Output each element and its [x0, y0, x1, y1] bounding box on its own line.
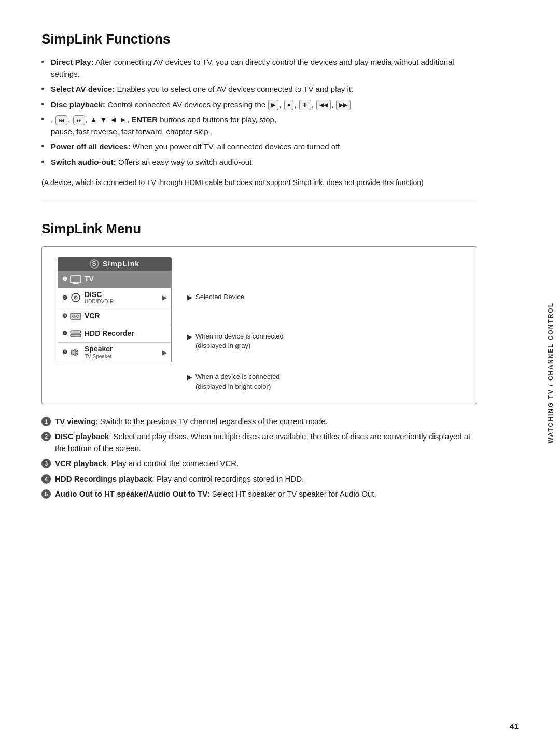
disc-icon: [70, 293, 81, 302]
item-bold: Select AV device:: [51, 85, 115, 93]
note-text: (A device, which is connected to TV thro…: [41, 177, 477, 188]
remote-btn-fwd: ▶▶: [336, 100, 351, 110]
item-bold: Disc playback:: [51, 100, 105, 109]
annotation-vcr: ▶ When no device is connected(displayed …: [187, 332, 284, 350]
simplink-header-label: SimpLink: [103, 260, 139, 268]
item-text: After connecting AV devices to TV, you c…: [51, 58, 454, 78]
annotation-text-tv: Selected Device: [195, 292, 244, 302]
page-number: 41: [510, 722, 519, 730]
menu-item-disc[interactable]: ❷ DISC HDD/DVD-R: [58, 288, 171, 307]
desc-text-4: HDD Recordings playback: Play and contro…: [55, 473, 304, 485]
simplink-menu-panel: S SimpLink ❶: [58, 257, 172, 362]
list-item: Select AV device: Enables you to select …: [41, 83, 477, 95]
speaker-arrow-icon: ▶: [162, 349, 167, 356]
menu-items-list: ❶ TV: [58, 271, 172, 362]
simplink-header: S SimpLink: [58, 257, 172, 271]
vcr-icon: [70, 312, 81, 321]
num-circle-2: 2: [41, 432, 51, 441]
menu-item-tv[interactable]: ❶ TV: [58, 271, 171, 288]
item-label-tv: TV: [85, 275, 94, 283]
annotation-arrow-3: ▶: [187, 333, 192, 341]
annotation-text-speaker: When a device is connected(displayed in …: [195, 372, 280, 391]
item-number-5: ❺: [62, 349, 67, 356]
item-label-hdd: HDD Recorder: [85, 330, 134, 337]
annotation-spacer-hdd: [187, 355, 284, 372]
desc-text-2: DISC playback: Select and play discs. Wh…: [55, 431, 477, 454]
annotation-text-vcr: When no device is connected(displayed in…: [195, 332, 284, 350]
item-bold: Direct Play:: [51, 58, 94, 66]
speaker-icon: [70, 348, 81, 357]
list-item: Disc playback: Control connected AV devi…: [41, 99, 477, 111]
desc-item-3: 3 VCR playback: Play and control the con…: [41, 458, 477, 470]
menu-title: SimpLink Menu: [41, 221, 477, 237]
list-item: Switch audio-out: Offers an easy way to …: [41, 157, 477, 168]
desc-bold-1: TV viewing: [55, 417, 95, 426]
page-container: SimpLink Functions Direct Play: After co…: [0, 0, 519, 535]
remote-btn-stop: ●: [284, 100, 294, 110]
numbered-descriptions: 1 TV viewing: Switch to the previous TV …: [41, 416, 477, 500]
desc-item-5: 5 Audio Out to HT speaker/Audio Out to T…: [41, 488, 477, 500]
desc-bold-4: HDD Recordings playback: [55, 474, 152, 483]
annotation-arrow-1: ▶: [187, 293, 192, 301]
item-text: pause, fast reverse, fast forward, chapt…: [51, 127, 211, 136]
annotation-speaker: ▶ When a device is connected(displayed i…: [187, 372, 284, 391]
diagram-annotations: ▶ Selected Device ▶ When no device is co…: [172, 257, 284, 393]
desc-bold-3: VCR playback: [55, 459, 107, 468]
desc-text-5: Audio Out to HT speaker/Audio Out to TV:…: [55, 488, 376, 500]
menu-item-hdd[interactable]: ❹ HDD Recorder: [58, 325, 171, 343]
svg-marker-13: [71, 349, 75, 356]
remote-btn-prev: ⏮: [55, 115, 67, 126]
disc-arrow-icon: ▶: [162, 294, 167, 301]
list-item: Direct Play: After connecting AV devices…: [41, 57, 477, 80]
simplink-menu-section: SimpLink Menu S SimpLink ❶: [41, 221, 477, 500]
item-number-4: ❹: [62, 330, 67, 337]
item-bold: Power off all devices:: [51, 142, 130, 151]
num-circle-5: 5: [41, 489, 51, 499]
side-label: WATCHING TV / CHANNEL CONTROL: [541, 0, 560, 746]
side-label-text: WATCHING TV / CHANNEL CONTROL: [547, 302, 554, 443]
section-divider: [41, 200, 477, 200]
item-sublabel-speaker: TV Speaker: [85, 354, 113, 359]
svg-point-6: [75, 297, 76, 298]
svg-rect-11: [71, 331, 81, 333]
item-number-1: ❶: [62, 276, 67, 283]
item-sublabel-disc: HDD/DVD-R: [85, 299, 114, 304]
item-label-speaker: Speaker TV Speaker: [85, 345, 113, 359]
svg-rect-0: [71, 276, 81, 283]
menu-item-vcr[interactable]: ❸ VCR: [58, 307, 171, 325]
item-text: , ⏮, ⏭, ▲ ▼ ◄ ►, ENTER buttons and butto…: [51, 115, 276, 124]
simplink-diagram: S SimpLink ❶: [41, 246, 477, 404]
annotation-tv: ▶ Selected Device: [187, 292, 284, 310]
functions-list: Direct Play: After connecting AV devices…: [41, 57, 477, 168]
item-bold: Switch audio-out:: [51, 158, 116, 166]
remote-btn-next: ⏭: [73, 115, 85, 126]
item-label-disc: DISC HDD/DVD-R: [85, 291, 114, 304]
simplink-logo-s: S: [90, 259, 99, 269]
num-circle-3: 3: [41, 459, 51, 468]
item-bold: ENTER: [131, 115, 158, 124]
desc-item-2: 2 DISC playback: Select and play discs. …: [41, 431, 477, 454]
remote-btn-rew: ◀◀: [316, 100, 331, 110]
desc-item-1: 1 TV viewing: Switch to the previous TV …: [41, 416, 477, 428]
desc-bold-5: Audio Out to HT speaker/Audio Out to TV: [55, 489, 207, 498]
num-circle-4: 4: [41, 474, 51, 484]
menu-item-speaker[interactable]: ❺ Speaker TV Speaker: [58, 343, 171, 361]
simplink-functions-section: SimpLink Functions Direct Play: After co…: [41, 31, 477, 188]
functions-title: SimpLink Functions: [41, 31, 477, 47]
desc-text-1: TV viewing: Switch to the previous TV ch…: [55, 416, 328, 428]
list-item: Power off all devices: When you power of…: [41, 141, 477, 153]
list-item: , ⏮, ⏭, ▲ ▼ ◄ ►, ENTER buttons and butto…: [41, 114, 477, 137]
item-text: Offers an easy way to switch audio-out.: [118, 158, 254, 166]
item-text: Enables you to select one of AV devices …: [117, 85, 354, 93]
item-text: When you power off TV, all connected dev…: [133, 142, 342, 151]
annotation-arrow-5: ▶: [187, 373, 192, 381]
annotation-spacer-disc: [187, 314, 284, 332]
item-text: Control connected AV devices by pressing…: [107, 100, 351, 109]
hdd-icon: [70, 329, 81, 339]
item-number-2: ❷: [62, 294, 67, 301]
tv-icon: [70, 275, 81, 284]
remote-btn-pause: ⏸: [299, 100, 311, 110]
num-circle-1: 1: [41, 417, 51, 426]
remote-btn-play: ▶: [268, 100, 278, 110]
desc-bold-2: DISC playback: [55, 432, 109, 441]
